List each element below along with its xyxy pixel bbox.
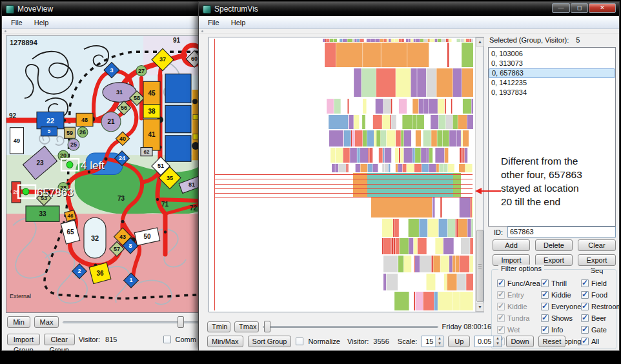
spectrum-scrollbar[interactable]: ▲ ▼: [475, 37, 484, 312]
scale-stepper[interactable]: 15 ▲▼: [422, 336, 443, 347]
svg-text:37: 37: [159, 56, 166, 63]
filter-checkbox-info[interactable]: Info: [541, 324, 582, 336]
svg-text:2: 2: [77, 268, 81, 274]
filter-checkbox-beer[interactable]: Beer: [581, 312, 620, 324]
svg-text:45: 45: [148, 89, 156, 96]
checkbox[interactable]: [541, 314, 549, 322]
svg-text:40: 40: [119, 136, 126, 142]
slider-handle[interactable]: [264, 321, 270, 332]
toolstrip-grip: [201, 30, 203, 32]
checkbox-label: Tundra: [507, 314, 529, 322]
min-button[interactable]: Min: [7, 316, 30, 328]
id-field[interactable]: 657863: [507, 227, 616, 238]
filter-checkbox-func-area[interactable]: Func/Area: [497, 278, 540, 289]
spectrum-time-slider[interactable]: [263, 321, 438, 332]
add-button[interactable]: Add: [493, 239, 530, 251]
park-map-panel[interactable]: 3376027224849559262520315856214045384162…: [6, 35, 199, 313]
checkbox[interactable]: [541, 291, 549, 299]
step-value: 0.05: [475, 336, 493, 347]
svg-text:36: 36: [96, 270, 104, 277]
comm-checkbox[interactable]: [163, 336, 171, 343]
list-item[interactable]: 0, 103006: [489, 49, 615, 59]
svg-text:27: 27: [138, 68, 145, 74]
filter-checkbox-tundra: Tundra: [497, 312, 540, 324]
checkbox[interactable]: [581, 338, 589, 345]
checkbox[interactable]: [541, 326, 549, 334]
stepper-arrows-icon[interactable]: ▲▼: [493, 336, 501, 347]
tmin-button[interactable]: Tmin: [207, 321, 230, 332]
slider-track[interactable]: [263, 326, 438, 328]
moveview-menu-help[interactable]: Help: [29, 17, 54, 28]
filter-checkbox-shows[interactable]: Shows: [541, 312, 582, 324]
moveview-titlebar[interactable]: MoveView: [2, 2, 202, 16]
selected-header: Selected (Group, Visitor): 5: [489, 36, 580, 44]
filter-checkbox-all[interactable]: All: [581, 336, 620, 347]
minmax-button[interactable]: Min/Max: [207, 336, 243, 347]
map-marker-49: 49: [10, 128, 24, 154]
import-group-button[interactable]: Import Group: [7, 334, 40, 345]
step-stepper[interactable]: 0.05 ▲▼: [474, 336, 502, 347]
checkbox[interactable]: [581, 326, 589, 334]
moveview-menu-file[interactable]: File: [6, 17, 28, 28]
checkbox[interactable]: [581, 303, 589, 310]
delete-button[interactable]: Delete: [535, 239, 573, 251]
filter-checkbox-gate[interactable]: Gate: [581, 324, 620, 336]
checkbox[interactable]: [541, 303, 549, 310]
checkbox[interactable]: [497, 279, 505, 287]
svg-text:22: 22: [46, 116, 54, 124]
minimize-button[interactable]: —: [552, 3, 570, 13]
spectrumvis-menu-file[interactable]: File: [203, 17, 225, 28]
filter-checkbox-food[interactable]: Food: [581, 289, 620, 301]
scroll-down-icon[interactable]: ▼: [476, 303, 484, 312]
clear-button[interactable]: Clear: [578, 239, 616, 251]
visitor-count: 3556: [373, 338, 389, 345]
maximize-button[interactable]: ◻: [571, 3, 588, 13]
spectrum-canvas[interactable]: [209, 37, 475, 312]
svg-text:8: 8: [128, 243, 132, 249]
moveview-group-row: Import Group Clear Group Visitor: 815 Co…: [7, 334, 202, 345]
stepper-arrows-icon[interactable]: ▲▼: [435, 336, 443, 347]
map-marker-33: 33: [26, 206, 59, 221]
clear-group-button[interactable]: Clear Group: [44, 334, 75, 345]
checkbox[interactable]: [581, 291, 589, 299]
map-label-73: 73: [117, 195, 125, 202]
checkbox[interactable]: [581, 314, 589, 322]
visitor-count: 815: [105, 336, 117, 343]
svg-text:33: 33: [39, 210, 46, 217]
filter-checkbox-field[interactable]: Field: [581, 278, 620, 289]
svg-text:50: 50: [143, 233, 151, 240]
moveview-time-slider[interactable]: [63, 316, 199, 328]
down-button[interactable]: Down: [506, 336, 533, 347]
tmax-button[interactable]: Tmax: [234, 321, 259, 332]
checkbox-label: Kiddie: [551, 291, 571, 299]
reset-button[interactable]: Reset: [538, 336, 566, 347]
slider-handle[interactable]: [178, 316, 184, 328]
checkbox[interactable]: [581, 279, 589, 287]
filter-checkbox-everyone[interactable]: Everyone: [541, 301, 582, 312]
export-seq-button[interactable]: Export Seq: [578, 254, 616, 266]
up-button[interactable]: Up: [448, 336, 470, 347]
scrollbar-thumb[interactable]: [476, 230, 484, 302]
moveview-window: MoveView File Help: [1, 1, 203, 351]
filter-checkbox-kiddie[interactable]: Kiddie: [541, 289, 582, 301]
normalize-checkbox[interactable]: [296, 338, 303, 345]
close-button[interactable]: ✕: [589, 3, 616, 13]
scroll-up-icon[interactable]: ▲: [476, 37, 484, 46]
svg-text:5: 5: [48, 128, 51, 134]
max-button[interactable]: Max: [34, 316, 59, 328]
spectrum-canvas-panel[interactable]: ▲ ▼: [209, 37, 484, 312]
list-item[interactable]: 0, 313073: [489, 59, 615, 68]
spectrumvis-menu-help[interactable]: Help: [226, 17, 251, 28]
filter-checkbox-restroom[interactable]: Restroom: [581, 301, 620, 312]
list-item[interactable]: 0, 657863: [489, 68, 615, 78]
selected-count: 5: [576, 36, 580, 44]
annotation-text: Different from the other four, 657863 st…: [501, 154, 618, 208]
list-item[interactable]: 0, 1937834: [489, 88, 615, 97]
sort-group-button[interactable]: Sort Group: [248, 336, 292, 347]
filter-checkbox-thrill[interactable]: Thrill: [541, 278, 582, 289]
spectrumvis-title: SpectrumVis: [214, 5, 258, 14]
list-item[interactable]: 0, 1412235: [489, 78, 615, 88]
spectrumvis-titlebar[interactable]: SpectrumVis — ◻ ✕: [199, 2, 619, 16]
checkbox-label: Wet: [507, 326, 520, 334]
checkbox[interactable]: [541, 279, 549, 287]
